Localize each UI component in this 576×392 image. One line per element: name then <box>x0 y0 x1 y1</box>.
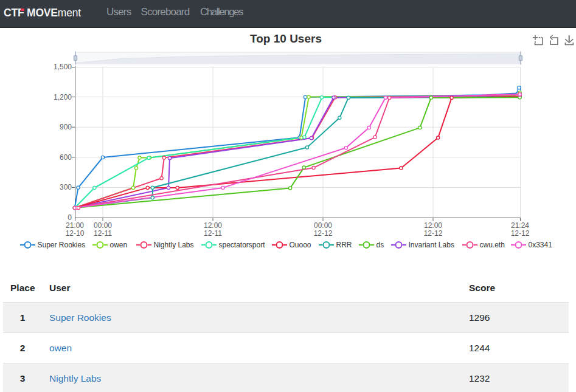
svg-text:600: 600 <box>60 153 72 162</box>
svg-text:Nightly Labs: Nightly Labs <box>154 241 194 249</box>
svg-text:RRR: RRR <box>336 241 352 249</box>
svg-text:Ouooo: Ouooo <box>290 241 311 249</box>
svg-text:Super Rookies: Super Rookies <box>38 241 86 249</box>
svg-text:owen: owen <box>110 241 128 249</box>
svg-text:ds: ds <box>376 241 384 249</box>
svg-text:21:00: 21:00 <box>66 221 84 230</box>
svg-text:21:24: 21:24 <box>511 221 529 230</box>
svg-text:12-12: 12-12 <box>424 229 443 238</box>
svg-text:00:00: 00:00 <box>314 221 332 230</box>
svg-text:0x3341: 0x3341 <box>529 241 553 249</box>
svg-text:spectatorsport: spectatorsport <box>219 241 266 249</box>
svg-text:12:00: 12:00 <box>424 221 442 230</box>
svg-text:1,200: 1,200 <box>54 93 72 101</box>
svg-text:12-12: 12-12 <box>511 229 530 238</box>
svg-text:Top 10 Users: Top 10 Users <box>250 32 322 45</box>
svg-text:12-11: 12-11 <box>94 229 112 238</box>
svg-text:12-10: 12-10 <box>66 229 85 238</box>
svg-text:900: 900 <box>60 123 72 131</box>
svg-text:12-12: 12-12 <box>314 229 333 238</box>
svg-text:12:00: 12:00 <box>204 221 222 230</box>
svg-text:00:00: 00:00 <box>94 221 112 230</box>
svg-text:1,500: 1,500 <box>54 63 72 71</box>
svg-text:cwu.eth: cwu.eth <box>480 241 505 249</box>
svg-text:0: 0 <box>68 213 72 222</box>
svg-text:300: 300 <box>60 183 72 191</box>
svg-text:Invariant Labs: Invariant Labs <box>409 241 454 249</box>
svg-text:12-11: 12-11 <box>204 229 222 238</box>
